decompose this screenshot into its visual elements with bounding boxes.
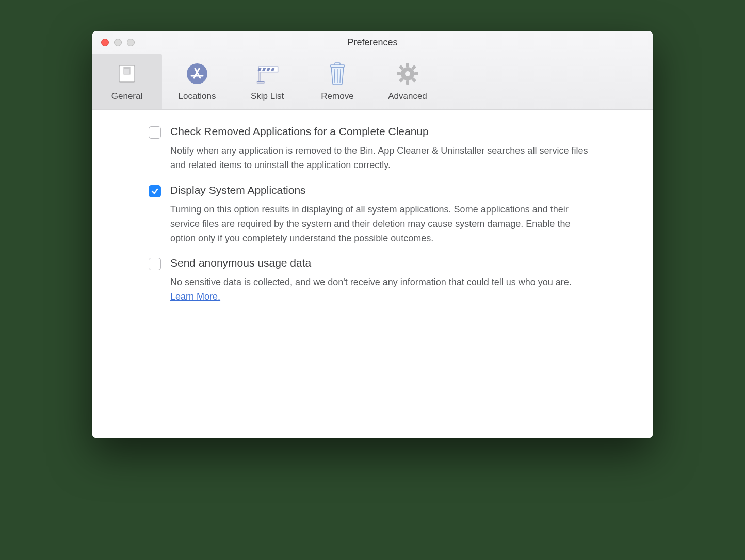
tab-locations[interactable]: Locations (162, 54, 232, 109)
option-complete-cleanup: Check Removed Applications for a Complet… (149, 125, 622, 173)
tab-label: Remove (321, 91, 353, 102)
option-description: Notify when any application is removed t… (170, 144, 593, 173)
option-display-system-apps: Display System Applications Turning on t… (149, 184, 622, 246)
preferences-window: Preferences General (92, 31, 653, 438)
tab-label: General (111, 91, 142, 102)
titlebar: Preferences General (92, 31, 653, 110)
svg-rect-2 (124, 67, 130, 69)
tab-remove[interactable]: Remove (302, 54, 372, 109)
tab-label: Skip List (251, 91, 284, 102)
trash-icon (325, 61, 350, 86)
tab-label: Advanced (388, 91, 427, 102)
option-title: Display System Applications (170, 184, 622, 196)
option-desc-text: No sensitive data is collected, and we d… (170, 277, 572, 287)
checkbox-display-system-apps[interactable] (149, 185, 161, 197)
svg-rect-22 (397, 72, 401, 75)
svg-rect-21 (406, 80, 409, 85)
window-title: Preferences (92, 37, 653, 48)
learn-more-link[interactable]: Learn More. (170, 291, 220, 302)
gear-icon (395, 61, 420, 86)
tab-label: Locations (179, 91, 216, 102)
svg-rect-12 (258, 72, 261, 82)
barrier-icon (255, 61, 280, 86)
option-description: Turning on this option results in displa… (170, 203, 593, 246)
svg-rect-20 (406, 63, 409, 67)
toolbar: General Locations (92, 54, 653, 109)
tab-general[interactable]: General (92, 54, 162, 109)
tab-skip-list[interactable]: Skip List (232, 54, 302, 109)
option-anonymous-usage: Send anonymous usage data No sensitive d… (149, 257, 622, 304)
svg-rect-13 (257, 81, 264, 83)
switch-icon (115, 61, 139, 86)
svg-rect-15 (335, 63, 340, 65)
svg-point-28 (405, 71, 410, 76)
content-area: Check Removed Applications for a Complet… (92, 110, 653, 331)
appstore-icon (185, 61, 209, 86)
checkbox-anonymous-usage[interactable] (149, 258, 161, 270)
option-title: Send anonymous usage data (170, 257, 622, 269)
checkbox-complete-cleanup[interactable] (149, 126, 161, 139)
option-description: No sensitive data is collected, and we d… (170, 275, 593, 304)
tab-advanced[interactable]: Advanced (372, 54, 443, 109)
option-title: Check Removed Applications for a Complet… (170, 125, 622, 138)
svg-rect-23 (414, 72, 418, 75)
